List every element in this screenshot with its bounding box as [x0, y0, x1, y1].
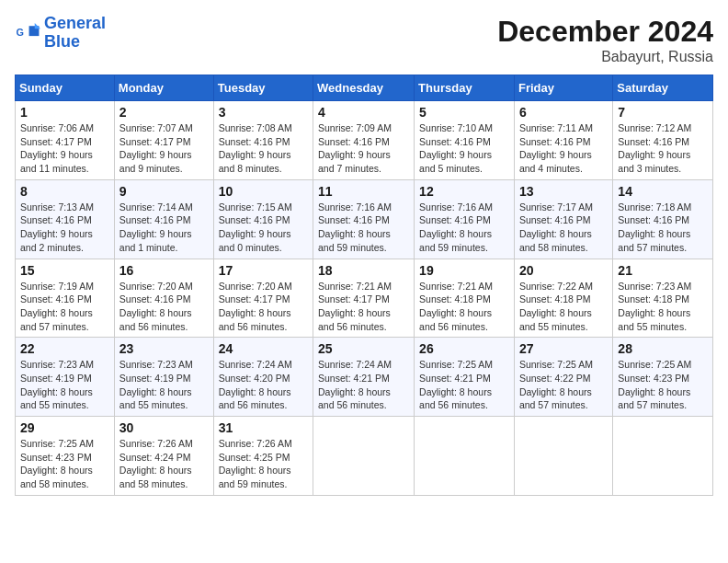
day-number: 6 — [519, 105, 608, 120]
sunrise-label: Sunrise: 7:24 AM — [219, 359, 292, 370]
sunrise-label: Sunrise: 7:11 AM — [519, 122, 593, 133]
weekday-header: Sunday — [16, 75, 115, 101]
day-number: 12 — [419, 184, 509, 199]
sunrise-label: Sunrise: 7:26 AM — [219, 438, 292, 449]
calendar-week-row: 1 Sunrise: 7:06 AM Sunset: 4:17 PM Dayli… — [16, 101, 713, 180]
sunrise-label: Sunrise: 7:08 AM — [219, 122, 292, 133]
calendar-day-cell: 8 Sunrise: 7:13 AM Sunset: 4:16 PM Dayli… — [16, 179, 115, 259]
day-detail: Sunrise: 7:22 AM Sunset: 4:18 PM Dayligh… — [519, 280, 608, 334]
sunrise-label: Sunrise: 7:25 AM — [20, 438, 94, 449]
daylight-label: Daylight: 8 hours and 55 minutes. — [519, 307, 592, 332]
sunrise-label: Sunrise: 7:10 AM — [419, 122, 493, 133]
calendar-day-cell: 1 Sunrise: 7:06 AM Sunset: 4:17 PM Dayli… — [16, 101, 115, 180]
sunset-label: Sunset: 4:16 PM — [618, 214, 689, 225]
daylight-label: Daylight: 8 hours and 56 minutes. — [119, 307, 192, 332]
day-number: 21 — [618, 263, 708, 278]
day-number: 23 — [119, 341, 209, 356]
sunset-label: Sunset: 4:23 PM — [20, 452, 92, 463]
day-detail: Sunrise: 7:25 AM Sunset: 4:23 PM Dayligh… — [618, 358, 708, 412]
daylight-label: Daylight: 9 hours and 5 minutes. — [419, 149, 492, 174]
sunrise-label: Sunrise: 7:13 AM — [20, 201, 94, 213]
day-number: 1 — [20, 105, 109, 120]
daylight-label: Daylight: 9 hours and 1 minute. — [119, 228, 192, 253]
daylight-label: Daylight: 8 hours and 56 minutes. — [318, 386, 391, 411]
sunset-label: Sunset: 4:18 PM — [519, 293, 591, 304]
calendar-day-cell: 21 Sunrise: 7:23 AM Sunset: 4:18 PM Dayl… — [613, 259, 713, 338]
day-number: 9 — [119, 184, 209, 199]
sunset-label: Sunset: 4:17 PM — [20, 136, 92, 147]
day-number: 22 — [20, 341, 109, 356]
sunset-label: Sunset: 4:16 PM — [318, 214, 390, 225]
daylight-label: Daylight: 8 hours and 56 minutes. — [419, 386, 492, 411]
day-detail: Sunrise: 7:20 AM Sunset: 4:16 PM Dayligh… — [119, 280, 209, 334]
daylight-label: Daylight: 8 hours and 59 minutes. — [318, 228, 391, 253]
daylight-label: Daylight: 8 hours and 56 minutes. — [318, 307, 391, 332]
empty-cell — [313, 417, 415, 496]
daylight-label: Daylight: 8 hours and 55 minutes. — [618, 307, 690, 332]
calendar-day-cell: 19 Sunrise: 7:21 AM Sunset: 4:18 PM Dayl… — [415, 259, 515, 338]
sunrise-label: Sunrise: 7:21 AM — [318, 281, 392, 292]
day-detail: Sunrise: 7:18 AM Sunset: 4:16 PM Dayligh… — [618, 201, 708, 255]
calendar-day-cell: 5 Sunrise: 7:10 AM Sunset: 4:16 PM Dayli… — [415, 101, 515, 180]
sunrise-label: Sunrise: 7:17 AM — [519, 201, 593, 213]
day-detail: Sunrise: 7:25 AM Sunset: 4:23 PM Dayligh… — [20, 437, 109, 491]
day-number: 31 — [219, 420, 308, 435]
sunrise-label: Sunrise: 7:23 AM — [618, 281, 691, 292]
calendar-day-cell: 28 Sunrise: 7:25 AM Sunset: 4:23 PM Dayl… — [613, 338, 713, 417]
calendar-day-cell: 14 Sunrise: 7:18 AM Sunset: 4:16 PM Dayl… — [613, 179, 713, 259]
day-number: 4 — [318, 105, 409, 120]
day-number: 16 — [119, 263, 209, 278]
sunset-label: Sunset: 4:19 PM — [119, 373, 191, 384]
day-number: 30 — [119, 420, 209, 435]
sunset-label: Sunset: 4:16 PM — [618, 136, 689, 147]
sunset-label: Sunset: 4:17 PM — [219, 293, 290, 304]
daylight-label: Daylight: 8 hours and 56 minutes. — [419, 307, 492, 332]
daylight-label: Daylight: 9 hours and 3 minutes. — [618, 149, 690, 174]
day-detail: Sunrise: 7:17 AM Sunset: 4:16 PM Dayligh… — [519, 201, 608, 255]
logo-icon: G — [15, 20, 40, 46]
daylight-label: Daylight: 8 hours and 56 minutes. — [219, 386, 291, 411]
empty-cell — [514, 417, 612, 496]
day-number: 18 — [318, 263, 409, 278]
day-detail: Sunrise: 7:23 AM Sunset: 4:18 PM Dayligh… — [618, 280, 708, 334]
sunset-label: Sunset: 4:16 PM — [519, 214, 591, 225]
sunrise-label: Sunrise: 7:16 AM — [419, 201, 493, 213]
day-number: 14 — [618, 184, 708, 199]
daylight-label: Daylight: 8 hours and 59 minutes. — [219, 465, 291, 489]
daylight-label: Daylight: 8 hours and 57 minutes. — [519, 386, 592, 411]
sunset-label: Sunset: 4:16 PM — [419, 136, 491, 147]
calendar-day-cell: 4 Sunrise: 7:09 AM Sunset: 4:16 PM Dayli… — [313, 101, 415, 180]
day-number: 11 — [318, 184, 409, 199]
sunset-label: Sunset: 4:16 PM — [20, 214, 92, 225]
day-number: 28 — [618, 341, 708, 356]
sunset-label: Sunset: 4:18 PM — [618, 293, 689, 304]
weekday-header: Tuesday — [213, 75, 313, 101]
calendar-day-cell: 12 Sunrise: 7:16 AM Sunset: 4:16 PM Dayl… — [415, 179, 515, 259]
calendar-week-row: 29 Sunrise: 7:25 AM Sunset: 4:23 PM Dayl… — [16, 417, 713, 496]
day-detail: Sunrise: 7:10 AM Sunset: 4:16 PM Dayligh… — [419, 121, 509, 176]
day-number: 15 — [20, 263, 109, 278]
calendar-day-cell: 16 Sunrise: 7:20 AM Sunset: 4:16 PM Dayl… — [114, 259, 213, 338]
sunrise-label: Sunrise: 7:22 AM — [519, 281, 593, 292]
daylight-label: Daylight: 8 hours and 58 minutes. — [119, 465, 192, 489]
sunrise-label: Sunrise: 7:24 AM — [318, 359, 392, 370]
day-detail: Sunrise: 7:12 AM Sunset: 4:16 PM Dayligh… — [618, 121, 708, 176]
day-detail: Sunrise: 7:25 AM Sunset: 4:21 PM Dayligh… — [419, 358, 509, 412]
sunset-label: Sunset: 4:21 PM — [419, 373, 491, 384]
calendar-day-cell: 27 Sunrise: 7:25 AM Sunset: 4:22 PM Dayl… — [514, 338, 612, 417]
sunrise-label: Sunrise: 7:18 AM — [618, 201, 691, 213]
day-number: 7 — [618, 105, 708, 120]
day-detail: Sunrise: 7:13 AM Sunset: 4:16 PM Dayligh… — [20, 201, 109, 255]
month-title: December 2024 — [497, 15, 713, 49]
calendar-day-cell: 3 Sunrise: 7:08 AM Sunset: 4:16 PM Dayli… — [213, 101, 313, 180]
sunset-label: Sunset: 4:16 PM — [20, 293, 92, 304]
calendar-day-cell: 18 Sunrise: 7:21 AM Sunset: 4:17 PM Dayl… — [313, 259, 415, 338]
day-detail: Sunrise: 7:15 AM Sunset: 4:16 PM Dayligh… — [219, 201, 308, 255]
sunrise-label: Sunrise: 7:26 AM — [119, 438, 193, 449]
sunset-label: Sunset: 4:16 PM — [318, 136, 390, 147]
sunset-label: Sunset: 4:16 PM — [219, 214, 290, 225]
page-header: G GeneralBlue December 2024 Babayurt, Ru… — [15, 15, 713, 65]
logo-name: GeneralBlue — [44, 15, 106, 52]
sunrise-label: Sunrise: 7:19 AM — [20, 281, 94, 292]
sunset-label: Sunset: 4:16 PM — [119, 214, 191, 225]
